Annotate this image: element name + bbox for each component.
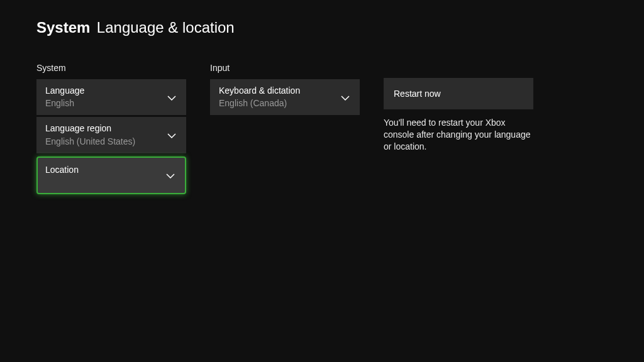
system-column: System Language English Language region …	[36, 63, 186, 196]
content-area: System Language English Language region …	[0, 36, 644, 196]
input-column: Input Keyboard & dictation English (Cana…	[210, 63, 360, 196]
chevron-down-icon	[167, 129, 176, 141]
action-column: Restart now You'll need to restart your …	[384, 63, 533, 196]
restart-now-button[interactable]: Restart now	[384, 78, 533, 109]
keyboard-dropdown[interactable]: Keyboard & dictation English (Canada)	[210, 79, 360, 115]
system-section-label: System	[36, 63, 186, 73]
restart-info-text: You'll need to restart your Xbox console…	[384, 117, 533, 153]
language-region-dropdown-label: Language region	[45, 123, 177, 134]
chevron-down-icon	[341, 92, 350, 103]
location-dropdown-label: Location	[45, 164, 177, 175]
language-region-dropdown[interactable]: Language region English (United States)	[36, 117, 186, 153]
language-region-dropdown-value: English (United States)	[45, 136, 177, 147]
keyboard-dropdown-value: English (Canada)	[219, 97, 351, 109]
chevron-down-icon	[167, 92, 176, 103]
input-section-label: Input	[210, 63, 360, 73]
language-dropdown[interactable]: Language English	[36, 79, 186, 115]
location-dropdown[interactable]: Location	[36, 156, 186, 194]
header-title: Language & location	[97, 19, 235, 36]
header-prefix: System	[36, 19, 90, 36]
keyboard-dropdown-label: Keyboard & dictation	[219, 85, 351, 96]
chevron-down-icon	[166, 170, 175, 181]
language-dropdown-label: Language	[45, 85, 177, 96]
restart-now-label: Restart now	[394, 89, 441, 99]
language-dropdown-value: English	[45, 97, 177, 109]
page-header: System Language & location	[0, 0, 644, 36]
